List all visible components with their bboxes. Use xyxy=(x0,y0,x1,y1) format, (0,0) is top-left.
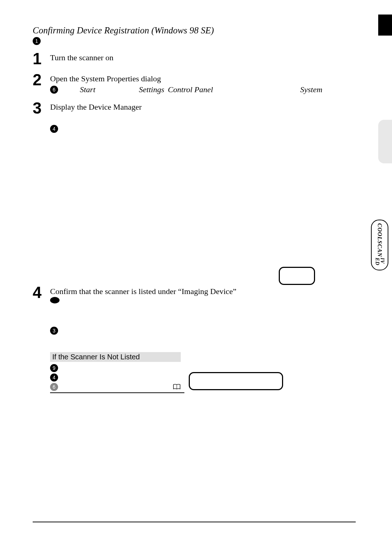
step-3-heading: Display the Device Manager xyxy=(50,102,356,112)
step-2-nav-marker-icon: 6 xyxy=(50,86,58,94)
step-3: 3 Display the Device Manager 4 xyxy=(33,101,356,133)
step-2-number: 2 xyxy=(33,73,44,94)
step-2-heading: Open the System Properties dialog xyxy=(50,74,356,83)
not-listed-marker-3-icon: 6 xyxy=(50,383,58,391)
step-1-number: 1 xyxy=(33,52,44,66)
page-content: Confirming Device Registration (Windows … xyxy=(0,0,392,415)
not-listed-title: If the Scanner Is Not Listed xyxy=(50,352,181,362)
step-4-number: 4 xyxy=(33,285,44,393)
ok-callout-box xyxy=(279,267,315,285)
step-3-marker-icon: 4 xyxy=(50,125,58,133)
footer-rule xyxy=(33,522,356,522)
step-4-dot-icon xyxy=(50,297,60,303)
step-3-number: 3 xyxy=(33,101,44,133)
not-listed-marker-1-icon: 9 xyxy=(50,364,58,372)
nav-system: System xyxy=(300,85,322,94)
step-1-heading: Turn the scanner on xyxy=(50,53,356,62)
step-2: 2 Open the System Properties dialog 6 St… xyxy=(33,73,356,94)
nav-control-panel: Control Panel xyxy=(168,85,213,94)
title-marker-icon: 1 xyxy=(33,37,41,45)
not-listed-box: If the Scanner Is Not Listed 9 4 6 xyxy=(50,349,184,393)
imaging-device-callout-box xyxy=(189,372,283,390)
step-1: 1 Turn the scanner on xyxy=(33,52,356,66)
step-4-heading: Confirm that the scanner is listed under… xyxy=(50,287,356,296)
nav-start: Start xyxy=(80,85,95,94)
step-2-nav: 6 Start Settings Control Panel System xyxy=(50,85,356,94)
not-listed-marker-2-icon: 4 xyxy=(50,374,58,381)
page-title: Confirming Device Registration (Windows … xyxy=(33,25,356,36)
book-icon xyxy=(173,384,181,390)
step-4-marker-icon: 3 xyxy=(50,327,58,335)
nav-settings: Settings xyxy=(139,85,164,94)
not-listed-underline xyxy=(50,392,184,393)
